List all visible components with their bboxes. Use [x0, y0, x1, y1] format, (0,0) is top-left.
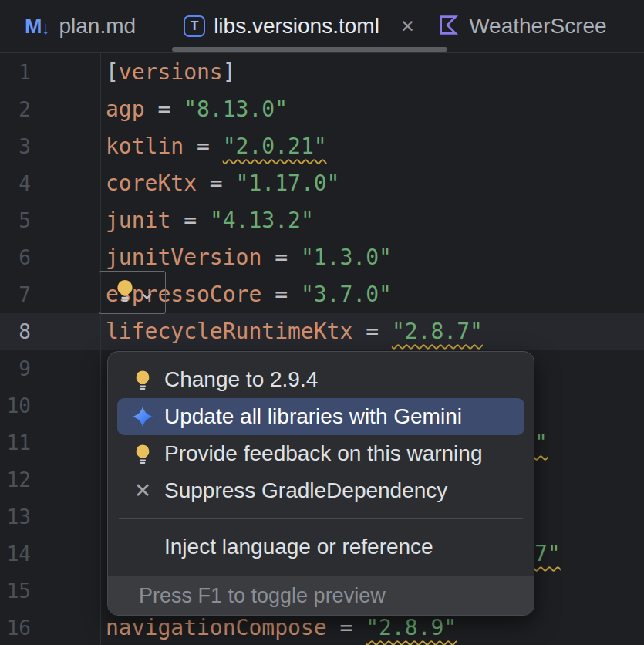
code-text: lifecycleRuntimeKtx = "2.8.7" — [106, 313, 483, 350]
code-text: [versions] — [106, 54, 236, 91]
line-number: 11 — [0, 424, 31, 461]
token: "2.8.9" — [366, 615, 457, 640]
toml-file-icon: T — [184, 15, 205, 37]
editor-line-4[interactable]: 4coreKtx = "1.17.0" — [0, 165, 644, 202]
suppress-icon: ✕ — [131, 479, 154, 502]
gemini-sparkle-icon — [131, 405, 154, 428]
popup-separator — [119, 518, 523, 519]
markdown-icon: M↓ — [25, 16, 51, 37]
code-text: coreKtx = "1.17.0" — [106, 165, 339, 202]
line-number: 6 — [0, 239, 31, 276]
line-number: 9 — [0, 350, 31, 387]
token: junit — [106, 208, 170, 233]
lightbulb-icon — [113, 278, 137, 308]
token: = — [261, 245, 301, 270]
intention-item-provide-feedback-on-this-warning[interactable]: Provide feedback on this warning — [117, 435, 524, 472]
intention-item-update-all-libraries-with-gemini[interactable]: Update all libraries with Gemini — [117, 398, 524, 435]
line-number: 8 — [0, 313, 31, 350]
popup-footer-hint: Press F1 to toggle preview — [108, 576, 534, 615]
token: = — [197, 171, 236, 196]
line-number: 15 — [0, 572, 31, 610]
intention-item-label: Inject language or reference — [164, 535, 433, 559]
tab-label: plan.md — [59, 14, 137, 39]
token: "2.8.7" — [392, 319, 483, 344]
tab-weatherscree[interactable]: WeatherScree — [421, 0, 606, 52]
intention-item-label: Suppress GradleDependency — [164, 478, 447, 503]
editor-line-5[interactable]: 5junit = "4.13.2" — [0, 202, 644, 239]
token: [ — [106, 59, 119, 85]
lightbulb-icon — [131, 368, 154, 391]
token: coreKtx — [106, 171, 197, 196]
intention-item-inject-language-or-reference[interactable]: Inject language or reference — [117, 528, 524, 566]
token: = — [261, 282, 301, 307]
line-number: 16 — [0, 610, 31, 645]
intention-item-label: Provide feedback on this warning — [164, 441, 482, 466]
tab-plan-md[interactable]: M↓plan.md — [0, 0, 136, 52]
tab-libs-versions-toml[interactable]: Tlibs.versions.toml✕ — [167, 0, 415, 52]
code-text: junit = "4.13.2" — [106, 202, 314, 239]
intention-item-label: Update all libraries with Gemini — [164, 404, 462, 429]
line-number: 7 — [0, 276, 31, 313]
editor-line-6[interactable]: 6junitVersion = "1.3.0" — [0, 239, 644, 276]
code-text: " — [534, 424, 548, 461]
token: "2.0.21" — [223, 133, 327, 159]
editor-line-7[interactable]: 7espressoCore = "3.7.0" — [0, 276, 644, 313]
line-number: 3 — [0, 128, 31, 165]
intention-item-change-to-2-9-4[interactable]: Change to 2.9.4 — [117, 361, 524, 398]
editor-line-2[interactable]: 2agp = "8.13.0" — [0, 91, 644, 128]
token: " — [534, 430, 548, 455]
code-text: agp = "8.13.0" — [106, 91, 288, 128]
editor-line-8[interactable]: 8lifecycleRuntimeKtx = "2.8.7" — [0, 313, 644, 350]
token: lifecycleRuntimeKtx — [106, 319, 352, 344]
token: versions — [119, 59, 223, 85]
token: = — [352, 319, 392, 344]
token: "3.7.0" — [301, 282, 392, 307]
line-number: 4 — [0, 165, 31, 202]
tab-label: libs.versions.toml — [214, 14, 379, 39]
editor-tab-bar: M↓plan.mdTlibs.versions.toml✕WeatherScre… — [0, 0, 644, 53]
line-number: 5 — [0, 202, 31, 239]
token: 7" — [534, 541, 561, 566]
code-text: 7" — [534, 535, 561, 572]
token: kotlin — [106, 133, 184, 159]
token: "4.13.2" — [210, 208, 314, 233]
token: = — [170, 208, 210, 233]
token: junitVersion — [106, 245, 261, 270]
tab-label: WeatherScree — [469, 14, 606, 39]
close-icon[interactable]: ✕ — [400, 18, 415, 35]
token: navigationCompose — [106, 615, 327, 640]
line-number: 10 — [0, 387, 31, 424]
lightbulb-icon — [131, 442, 154, 465]
code-text: kotlin = "2.0.21" — [106, 128, 327, 165]
tab-scrollbar-thumb[interactable] — [172, 47, 447, 52]
line-number: 14 — [0, 535, 31, 572]
intention-item-suppress-gradledependency[interactable]: ✕Suppress GradleDependency — [117, 472, 524, 509]
token: "8.13.0" — [184, 96, 288, 122]
token: ] — [223, 59, 236, 85]
line-number: 12 — [0, 461, 31, 498]
intention-item-label: Change to 2.9.4 — [164, 367, 318, 392]
token: agp — [106, 96, 145, 122]
line-number: 13 — [0, 498, 31, 535]
token: = — [327, 615, 366, 640]
editor-line-3[interactable]: 3kotlin = "2.0.21" — [0, 128, 644, 165]
line-number: 1 — [0, 54, 31, 91]
intention-popup: Change to 2.9.4Update all libraries with… — [107, 351, 534, 616]
chevron-down-icon — [141, 280, 153, 306]
token: "1.17.0" — [236, 171, 340, 196]
line-number: 2 — [0, 91, 31, 128]
intention-bulb-widget[interactable] — [99, 271, 166, 314]
icon-spacer — [131, 535, 154, 559]
kotlin-file-icon — [437, 13, 460, 40]
token: = — [184, 133, 223, 159]
editor-line-1[interactable]: 1[versions] — [0, 54, 644, 91]
token: = — [145, 96, 184, 122]
token: "1.3.0" — [301, 245, 392, 270]
